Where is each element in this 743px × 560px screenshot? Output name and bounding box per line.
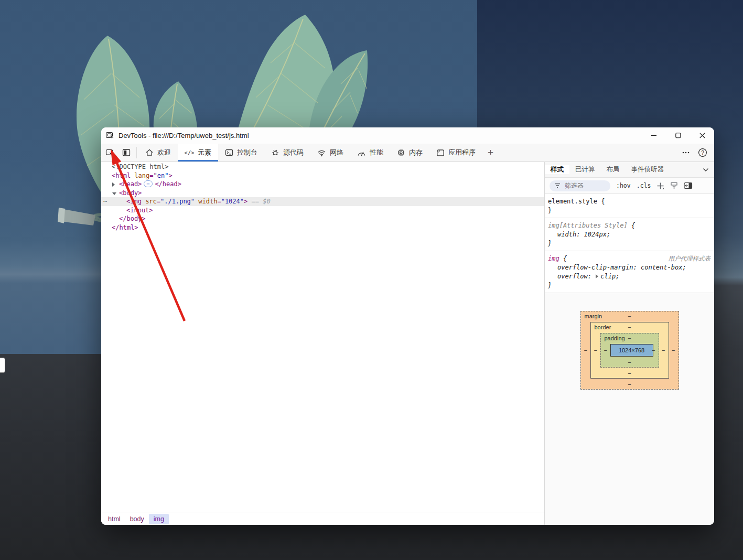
css-property[interactable]: overflow: clip;	[548, 272, 711, 281]
margin-bottom-value[interactable]: −	[628, 381, 631, 387]
dom-node-line[interactable]: <head>⋯</head>	[101, 180, 544, 189]
expand-value-icon[interactable]	[596, 274, 598, 278]
dom-node-line[interactable]: <body>	[101, 189, 544, 198]
tab-performance[interactable]: 性能	[350, 144, 390, 161]
box-model-margin[interactable]: margin − − − − border − − − − padding	[580, 311, 679, 390]
padding-bottom-value[interactable]: −	[628, 359, 631, 365]
code-token: src	[145, 198, 157, 205]
toolbar-tabs: 欢迎</>元素控制台源代码网络性能内存应用程序	[138, 144, 482, 161]
breadcrumb-item-img[interactable]: img	[149, 514, 169, 524]
tab-label: 网络	[330, 148, 343, 157]
tab-label: 应用程序	[448, 148, 476, 157]
style-rules: element.style {}img[Attributes Style] {w…	[545, 194, 714, 293]
border-label: border	[595, 324, 611, 330]
device-toolbar-button[interactable]	[118, 144, 135, 161]
toggle-hover-state-button[interactable]: :hov	[616, 182, 631, 189]
rendering-brush-icon[interactable]	[670, 182, 678, 190]
rule-selector[interactable]: img	[548, 255, 559, 262]
chevron-down-icon[interactable]	[703, 168, 709, 172]
tab-label: 内存	[409, 148, 423, 157]
code-token: "./1.png"	[160, 198, 195, 205]
computed-sidebar-toggle-icon[interactable]	[684, 182, 693, 189]
rule-selector[interactable]: element.style	[548, 198, 597, 205]
minimize-button[interactable]	[642, 127, 666, 144]
border-right-value[interactable]: −	[662, 347, 665, 353]
code-token: width	[198, 198, 217, 205]
style-rule[interactable]: img {用户代理样式表overflow-clip-margin: conten…	[545, 251, 714, 293]
style-rule[interactable]: element.style {}	[545, 194, 714, 218]
new-style-rule-button[interactable]	[656, 182, 664, 190]
filter-funnel-icon	[554, 183, 561, 188]
inspect-element-button[interactable]	[101, 144, 118, 161]
code-token: =	[149, 172, 153, 179]
tab-sources[interactable]: 源代码	[264, 144, 310, 161]
code-token: </head>	[155, 180, 181, 188]
margin-left-value[interactable]: −	[584, 347, 587, 353]
tab-memory[interactable]: 内存	[390, 144, 429, 161]
sidebar-tab[interactable]: 布局	[601, 165, 626, 174]
add-tab-button[interactable]: +	[482, 144, 499, 161]
expander-icon[interactable]	[112, 182, 115, 187]
tab-elements[interactable]: </>元素	[178, 144, 218, 161]
breadcrumb-item-html[interactable]: html	[103, 514, 125, 524]
expander-icon[interactable]	[112, 192, 116, 195]
dom-node-line[interactable]: </html>	[101, 223, 544, 232]
breadcrumb: htmlbodyimg	[101, 512, 544, 525]
style-rule[interactable]: img[Attributes Style] {width: 1024px;}	[545, 218, 714, 251]
close-button[interactable]	[690, 127, 714, 144]
rule-selector[interactable]: img[Attributes Style]	[548, 222, 628, 229]
border-left-value[interactable]: −	[594, 347, 597, 353]
tab-network[interactable]: 网络	[310, 144, 350, 161]
dom-node-line[interactable]: ⋯<img src="./1.png" width="1024"> == $0	[101, 197, 544, 206]
dom-node-line[interactable]: </body>	[101, 214, 544, 223]
margin-right-value[interactable]: −	[672, 347, 675, 353]
box-model-padding[interactable]: padding − − − − 1024×768	[600, 333, 659, 368]
box-model-content[interactable]: 1024×768	[610, 344, 653, 357]
styles-filter-input[interactable]	[564, 181, 604, 190]
sidebar-tab[interactable]: 已计算	[569, 165, 601, 174]
box-model-border[interactable]: border − − − − padding − − − − 10	[590, 322, 669, 379]
padding-top-value[interactable]: −	[628, 335, 631, 341]
dom-node-line[interactable]: <!DOCTYPE html>	[101, 163, 544, 171]
tab-label: 欢迎	[157, 148, 171, 157]
devtools-window: DevTools - file:///D:/Temp/uweb_test/js.…	[101, 127, 714, 525]
code-token: <head>	[119, 180, 142, 188]
node-menu-icon[interactable]: ⋯	[103, 197, 107, 206]
titlebar[interactable]: DevTools - file:///D:/Temp/uweb_test/js.…	[101, 127, 714, 144]
console-icon	[225, 148, 233, 157]
code-token: lang	[134, 172, 149, 179]
code-token: >	[168, 172, 172, 179]
tab-application[interactable]: 应用程序	[429, 144, 482, 161]
more-options-icon[interactable]	[679, 148, 693, 157]
code-token: <html	[112, 172, 134, 179]
svg-text:?: ?	[701, 150, 704, 156]
padding-label: padding	[605, 335, 625, 341]
help-icon[interactable]: ?	[695, 148, 710, 157]
padding-right-value[interactable]: −	[652, 347, 655, 353]
application-icon	[436, 149, 445, 157]
padding-left-value[interactable]: −	[604, 347, 607, 353]
tab-welcome[interactable]: 欢迎	[138, 144, 178, 161]
page-input-fragment[interactable]	[0, 358, 5, 373]
dom-node-line[interactable]: <input>	[101, 206, 544, 215]
tab-console[interactable]: 控制台	[218, 144, 264, 161]
toggle-class-button[interactable]: .cls	[637, 182, 651, 189]
filter-pill[interactable]	[550, 180, 610, 191]
toolbar-separator	[136, 147, 137, 158]
css-property[interactable]: overflow-clip-margin: content-box;	[548, 263, 711, 272]
code-token: =	[217, 198, 221, 205]
sidebar-tab[interactable]: 样式	[545, 165, 569, 174]
svg-text:</>: </>	[185, 149, 194, 156]
breadcrumb-item-body[interactable]: body	[125, 514, 149, 524]
tab-label: 控制台	[237, 148, 257, 157]
border-top-value[interactable]: −	[628, 324, 631, 330]
border-bottom-value[interactable]: −	[628, 370, 631, 376]
sidebar-tab[interactable]: 事件侦听器	[626, 165, 670, 174]
maximize-button[interactable]	[666, 127, 690, 144]
styles-spacer	[545, 293, 714, 311]
code-token: "1024"	[221, 198, 244, 205]
css-property[interactable]: width: 1024px;	[548, 230, 711, 239]
margin-top-value[interactable]: −	[628, 313, 631, 319]
code-token: <img	[126, 198, 145, 205]
dom-node-line[interactable]: <html lang="en">	[101, 171, 544, 180]
